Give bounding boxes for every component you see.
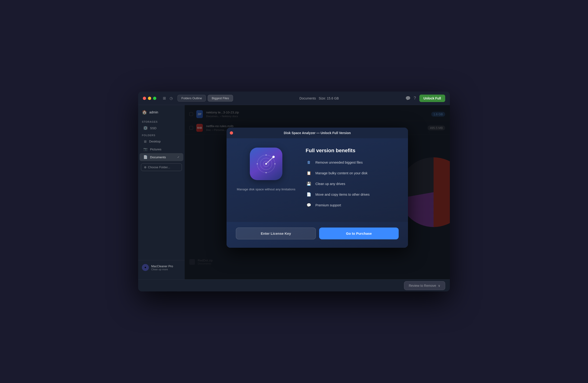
benefit-icon-1: 🗑 xyxy=(306,159,312,166)
svg-point-6 xyxy=(266,154,267,155)
benefit-icon-2: 📋 xyxy=(306,170,312,176)
choose-folder-label: Choose Folder... xyxy=(148,166,170,169)
benefits-title: Full version benefits xyxy=(306,148,399,153)
folders-label: Folders xyxy=(138,132,185,138)
minimize-button[interactable] xyxy=(148,97,151,100)
documents-label: Documents xyxy=(150,155,166,159)
documents-icon: 📄 xyxy=(143,155,148,159)
main-content: 🏠 admin Storages 💽 SSD Folders 🖥 Desktop… xyxy=(138,105,450,279)
storages-label: Storages xyxy=(138,118,185,124)
app-window: ⊞ ◷ Folders Outline Biggest Files Docume… xyxy=(138,92,450,291)
file-area: ZIP nektony te...3-10-23.zip Documen‥ › … xyxy=(185,105,450,279)
check-icon: ✓ xyxy=(177,155,180,159)
titlebar-icons: ⊞ ◷ xyxy=(163,96,173,100)
sidebar-toggle-icon[interactable]: ⊞ xyxy=(163,96,166,100)
titlebar-nav: Folders Outline Biggest Files xyxy=(177,95,233,102)
maccleaner-subtitle: Clean up more xyxy=(151,268,173,271)
modal-left: Manage disk space without any limitation… xyxy=(236,148,296,213)
traffic-lights xyxy=(143,97,156,100)
review-to-remove-button[interactable]: Review to Remove ∨ xyxy=(404,281,445,290)
history-icon[interactable]: ◷ xyxy=(169,96,173,100)
modal-close-button[interactable] xyxy=(230,131,233,134)
pictures-label: Pictures xyxy=(150,148,161,151)
titlebar-center: Documents Size: 15.6 GB xyxy=(233,96,405,100)
modal-tagline: Manage disk space without any limitation… xyxy=(237,187,295,192)
sidebar: 🏠 admin Storages 💽 SSD Folders 🖥 Desktop… xyxy=(138,105,185,279)
disk-analyzer-icon-svg xyxy=(254,152,278,175)
maccleaner-icon: ✦ xyxy=(142,264,149,271)
sidebar-bottom-text: MacCleaner Pro Clean up more xyxy=(151,265,173,271)
sidebar-item-ssd[interactable]: 💽 SSD xyxy=(140,124,183,132)
unlock-modal: Disk Space Analyzer — Unlock Full Versio… xyxy=(227,128,408,248)
sidebar-bottom[interactable]: ✦ MacCleaner Pro Clean up more xyxy=(138,260,185,275)
user-icon: 🏠 xyxy=(142,110,147,115)
chevron-down-icon: ∨ xyxy=(438,284,440,287)
titlebar-right: 💬 ? Unlock Full xyxy=(405,95,445,102)
desktop-label: Desktop xyxy=(149,140,161,143)
benefit-text-5: Premium support xyxy=(315,203,341,207)
ssd-icon: 💽 xyxy=(143,126,148,130)
benefit-text-3: Clean up any drives xyxy=(315,182,345,186)
benefit-item-5: 💬 Premium support xyxy=(306,202,399,209)
sidebar-user: 🏠 admin xyxy=(138,110,185,118)
current-location: Documents xyxy=(299,96,316,100)
username: admin xyxy=(149,110,158,114)
help-icon[interactable]: ? xyxy=(414,96,416,101)
review-remove-label: Review to Remove xyxy=(409,284,436,287)
benefit-item-4: 📄 Move and copy items to other drives xyxy=(306,191,399,198)
benefit-item-2: 📋 Manage bulky content on your disk xyxy=(306,170,399,176)
benefit-text-2: Manage bulky content on your disk xyxy=(315,171,368,175)
modal-footer: Enter License Key Go to Purchase xyxy=(227,222,408,248)
go-to-purchase-button[interactable]: Go to Purchase xyxy=(319,228,399,239)
close-button[interactable] xyxy=(143,97,146,100)
modal-title: Disk Space Analyzer — Unlock Full Versio… xyxy=(284,131,351,135)
total-size: Size: 15.6 GB xyxy=(319,96,339,100)
svg-point-9 xyxy=(257,163,258,164)
modal-right: Full version benefits 🗑 Remove unneeded … xyxy=(306,148,399,213)
modal-titlebar: Disk Space Analyzer — Unlock Full Versio… xyxy=(227,128,408,138)
sidebar-item-pictures[interactable]: 📷 Pictures xyxy=(140,145,183,153)
folders-outline-tab[interactable]: Folders Outline xyxy=(177,95,206,102)
desktop-icon: 🖥 xyxy=(143,139,147,143)
app-icon xyxy=(250,148,282,180)
benefit-text-1: Remove unneeded biggest files xyxy=(315,161,363,164)
benefit-icon-4: 📄 xyxy=(306,191,312,198)
modal-overlay: Disk Space Analyzer — Unlock Full Versio… xyxy=(185,105,450,279)
pictures-icon: 📷 xyxy=(143,147,148,151)
choose-folder-plus-icon: ⊕ xyxy=(144,166,147,169)
svg-point-4 xyxy=(265,163,267,165)
maximize-button[interactable] xyxy=(153,97,156,100)
biggest-files-tab[interactable]: Biggest Files xyxy=(208,95,233,102)
benefit-item-1: 🗑 Remove unneeded biggest files xyxy=(306,159,399,166)
sidebar-item-desktop[interactable]: 🖥 Desktop xyxy=(140,138,183,145)
bottom-bar: Review to Remove ∨ xyxy=(138,279,450,291)
benefit-text-4: Move and copy items to other drives xyxy=(315,193,370,196)
sidebar-item-documents[interactable]: 📄 Documents ✓ xyxy=(140,153,183,161)
title-bar: ⊞ ◷ Folders Outline Biggest Files Docume… xyxy=(138,92,450,105)
benefit-icon-5: 💬 xyxy=(306,202,312,209)
enter-license-key-button[interactable]: Enter License Key xyxy=(236,228,316,239)
svg-point-5 xyxy=(272,156,275,158)
chat-icon[interactable]: 💬 xyxy=(405,96,411,101)
benefit-item-3: 💾 Clean up any drives xyxy=(306,181,399,187)
svg-point-7 xyxy=(274,163,276,164)
unlock-full-button[interactable]: Unlock Full xyxy=(419,95,445,102)
modal-body: Manage disk space without any limitation… xyxy=(227,138,408,222)
ssd-label: SSD xyxy=(150,126,157,130)
choose-folder-button[interactable]: ⊕ Choose Folder... xyxy=(141,163,182,171)
benefit-icon-3: 💾 xyxy=(306,181,312,187)
svg-point-8 xyxy=(266,172,267,173)
maccleaner-title: MacCleaner Pro xyxy=(151,265,173,268)
